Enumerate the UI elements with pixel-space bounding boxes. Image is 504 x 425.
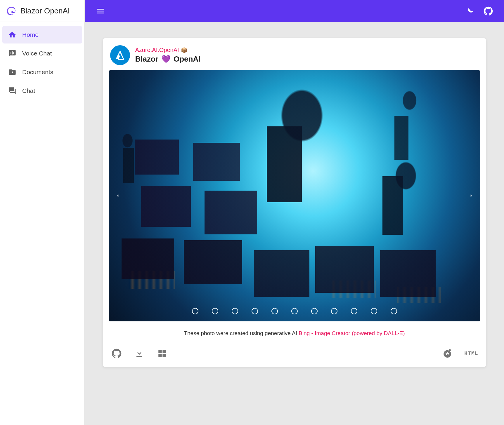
title-prefix: Blazor [135, 55, 158, 64]
caption: These photo were created using generativ… [109, 321, 480, 346]
mudblazor-icon [442, 349, 452, 358]
sidebar: Blazor OpenAI Home Voice Chat Documents … [0, 0, 85, 425]
carousel-dot[interactable] [311, 308, 318, 314]
card: Azure.AI.OpenAI 📦 Blazor 💜 OpenAI These … [103, 38, 486, 367]
carousel-prev[interactable] [111, 189, 124, 202]
github-icon [484, 6, 493, 16]
chat-icon [8, 87, 16, 95]
documents-icon [8, 68, 16, 76]
package-emoji: 📦 [181, 47, 187, 53]
microsoft-icon [157, 349, 167, 358]
azure-icon [114, 49, 126, 61]
sidebar-item-label: Home [22, 31, 76, 38]
package-link[interactable]: Azure.AI.OpenAI 📦 [135, 47, 201, 53]
carousel-dot[interactable] [192, 308, 198, 314]
home-icon [8, 31, 16, 39]
card-titles: Azure.AI.OpenAI 📦 Blazor 💜 OpenAI [135, 47, 201, 64]
carousel-dot[interactable] [252, 308, 258, 314]
carousel-dot[interactable] [271, 308, 278, 314]
microsoft-footer[interactable] [156, 348, 168, 359]
carousel-dot[interactable] [291, 308, 298, 314]
svg-rect-2 [162, 350, 166, 353]
svg-rect-3 [158, 354, 162, 357]
svg-point-6 [449, 349, 451, 351]
carousel-dot[interactable] [232, 308, 238, 314]
sidebar-item-documents[interactable]: Documents [2, 63, 82, 81]
card-title: Blazor 💜 OpenAI [135, 55, 201, 64]
github-icon [112, 349, 122, 358]
brand: Blazor OpenAI [0, 0, 84, 22]
carousel-dot[interactable] [351, 308, 357, 314]
mudblazor-footer[interactable] [441, 348, 453, 359]
sidebar-item-label: Documents [22, 69, 76, 76]
svg-point-5 [444, 350, 451, 358]
carousel-dot[interactable] [331, 308, 337, 314]
caption-text: These photo were created using generativ… [184, 330, 299, 336]
sidebar-item-chat[interactable]: Chat [2, 82, 82, 100]
menu-toggle[interactable] [93, 4, 108, 18]
dark-mode-toggle[interactable] [463, 4, 477, 18]
carousel-next[interactable] [465, 189, 478, 202]
carousel [109, 70, 480, 321]
card-header: Azure.AI.OpenAI 📦 Blazor 💜 OpenAI [109, 44, 480, 70]
content: Azure.AI.OpenAI 📦 Blazor 💜 OpenAI These … [85, 22, 504, 425]
voice-chat-icon [8, 49, 16, 58]
title-suffix: OpenAI [174, 55, 200, 64]
sidebar-item-label: Voice Chat [22, 50, 76, 57]
package-link-text: Azure.AI.OpenAI [135, 47, 179, 53]
download-footer[interactable] [134, 348, 145, 359]
carousel-dot[interactable] [212, 308, 218, 314]
svg-rect-1 [158, 350, 162, 353]
carousel-dots [192, 308, 397, 314]
svg-rect-4 [162, 354, 166, 357]
sidebar-item-home[interactable]: Home [2, 26, 82, 43]
topbar [85, 0, 504, 22]
carousel-dot[interactable] [391, 308, 397, 314]
github-link[interactable] [481, 4, 495, 18]
chevron-left-icon [115, 193, 120, 198]
nav: Home Voice Chat Documents Chat [0, 22, 84, 104]
html-footer[interactable]: HTML [464, 351, 478, 356]
download-icon [134, 349, 144, 358]
menu-icon [96, 6, 105, 16]
blazor-logo-icon [6, 6, 16, 16]
carousel-dot[interactable] [371, 308, 377, 314]
chevron-right-icon [469, 193, 474, 198]
card-footer: HTML [109, 346, 480, 361]
moon-icon [465, 6, 474, 16]
sidebar-item-voice-chat[interactable]: Voice Chat [2, 45, 82, 62]
sidebar-item-label: Chat [22, 87, 76, 94]
caption-link[interactable]: Bing - Image Creator (powered by DALL·E) [299, 330, 405, 336]
heart-icon: 💜 [161, 55, 171, 64]
brand-title: Blazor OpenAI [20, 6, 70, 15]
github-footer[interactable] [111, 348, 122, 359]
avatar [110, 45, 130, 65]
